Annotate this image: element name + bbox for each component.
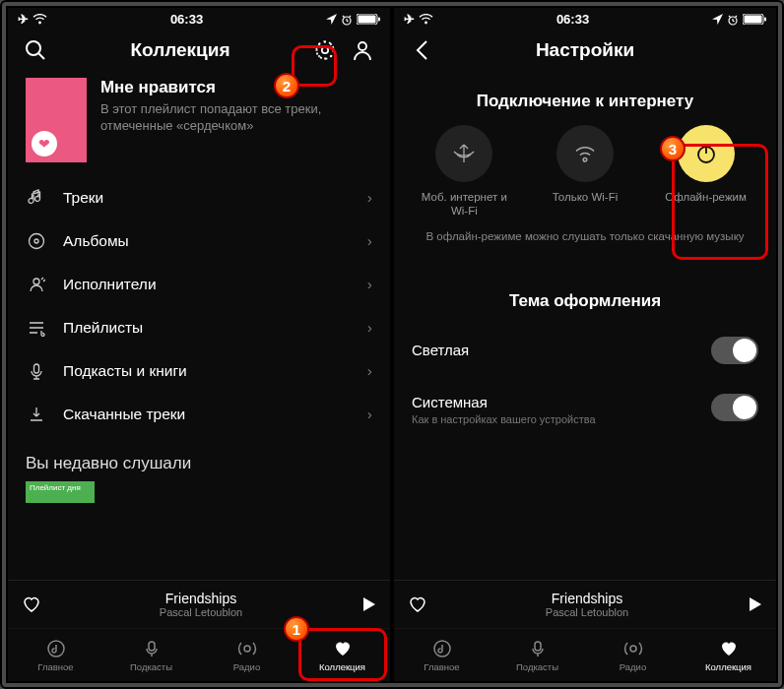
tab-main[interactable]: Главное	[394, 629, 490, 681]
airplane-icon: ✈	[18, 12, 29, 27]
tab-main[interactable]: Главное	[8, 629, 103, 681]
offline-note: В офлайн-режиме можно слушать только ска…	[394, 219, 776, 244]
tab-bar: Главное Подкасты Радио Коллекция	[8, 628, 390, 681]
row-downloaded[interactable]: Скачанные треки ›	[8, 393, 390, 436]
toggle-light[interactable]	[711, 337, 758, 364]
status-bar: ✈ 06:33	[394, 8, 776, 31]
svg-point-10	[33, 279, 39, 284]
wifi-icon	[33, 14, 47, 25]
disc-icon	[26, 232, 47, 250]
phone-settings: ✈ 06:33 Настройки Подключение к интернет…	[392, 6, 778, 683]
toggle-system[interactable]	[711, 394, 758, 421]
recent-heading: Вы недавно слушали	[8, 436, 390, 481]
svg-rect-3	[378, 18, 380, 22]
playlist-icon	[26, 319, 47, 337]
tab-podcasts[interactable]: Подкасты	[490, 629, 585, 681]
section-connection: Подключение к интернету	[394, 74, 776, 125]
svg-rect-21	[535, 642, 541, 651]
chevron-right-icon: ›	[367, 232, 372, 250]
page-title: Настройки	[435, 39, 735, 61]
status-bar: ✈ 06:33	[8, 8, 390, 31]
conn-wifi-only[interactable]: Только Wi-Fi	[536, 125, 634, 219]
liked-cover: ❤	[26, 78, 87, 162]
page-title: Коллекция	[49, 39, 311, 61]
battery-icon	[357, 14, 380, 25]
player-track: Friendships	[53, 591, 349, 606]
chevron-right-icon: ›	[367, 276, 372, 293]
conn-mobile-wifi[interactable]: Моб. интернет и Wi-Fi	[415, 125, 513, 219]
like-button[interactable]	[22, 595, 41, 614]
mini-player[interactable]: Friendships Pascal Letoublon	[8, 580, 390, 628]
section-theme: Тема оформления	[394, 274, 776, 325]
profile-button[interactable]	[349, 36, 376, 64]
theme-system[interactable]: Системная Как в настройках вашего устрой…	[394, 376, 776, 437]
theme-light[interactable]: Светлая	[394, 325, 776, 376]
svg-point-4	[27, 41, 40, 55]
tab-collection[interactable]: Коллекция	[294, 629, 390, 681]
chevron-right-icon: ›	[367, 189, 372, 207]
tab-radio[interactable]: Радио	[199, 629, 294, 681]
svg-point-8	[30, 234, 44, 249]
topbar: Коллекция	[8, 31, 390, 74]
tab-podcasts[interactable]: Подкасты	[103, 629, 199, 681]
like-button[interactable]	[408, 595, 427, 614]
badge-2: 2	[274, 73, 299, 98]
liked-playlist[interactable]: ❤ Мне нравится В этот плейлист попадают …	[8, 74, 390, 176]
svg-point-5	[322, 47, 328, 53]
status-time: 06:33	[170, 12, 203, 27]
badge-1: 1	[284, 616, 309, 642]
topbar: Настройки	[394, 31, 776, 74]
play-button[interactable]	[747, 596, 762, 612]
artist-icon	[26, 276, 47, 293]
row-tracks[interactable]: Треки ›	[8, 176, 390, 219]
row-albums[interactable]: Альбомы ›	[8, 219, 390, 263]
chevron-right-icon: ›	[367, 406, 372, 423]
phone-collection: ✈ 06:33 Коллекция	[6, 6, 392, 683]
mini-player[interactable]: Friendships Pascal Letoublon	[394, 580, 776, 628]
svg-rect-18	[764, 18, 766, 22]
download-icon	[26, 406, 47, 423]
svg-rect-11	[34, 364, 39, 373]
location-icon	[712, 14, 723, 25]
alarm-icon	[341, 14, 353, 26]
battery-icon	[743, 14, 766, 25]
play-button[interactable]	[360, 596, 376, 612]
player-track: Friendships	[439, 591, 735, 606]
connection-options: Моб. интернет и Wi-Fi Только Wi-Fi Офлай…	[394, 125, 776, 219]
liked-title: Мне нравится	[100, 78, 372, 97]
svg-rect-2	[359, 16, 376, 24]
mic-icon	[26, 362, 47, 380]
svg-point-7	[359, 42, 366, 50]
recent-card[interactable]: Плейлист дня	[26, 481, 95, 503]
settings-button[interactable]	[311, 36, 339, 64]
badge-3: 3	[660, 136, 686, 161]
tab-radio[interactable]: Радио	[585, 629, 681, 681]
liked-subtitle: В этот плейлист попадают все треки, отме…	[100, 101, 372, 135]
airplane-icon: ✈	[404, 12, 415, 27]
svg-point-9	[34, 239, 38, 243]
location-icon	[326, 14, 337, 25]
svg-point-14	[244, 646, 250, 652]
tab-collection[interactable]: Коллекция	[681, 629, 776, 681]
svg-point-22	[630, 646, 636, 652]
row-podcasts[interactable]: Подкасты и книги ›	[8, 349, 390, 393]
search-button[interactable]	[22, 36, 49, 64]
chevron-right-icon: ›	[367, 362, 372, 380]
alarm-icon	[727, 14, 739, 26]
wifi-icon	[419, 14, 433, 25]
music-note-icon	[26, 189, 47, 207]
svg-rect-17	[745, 16, 762, 24]
row-playlists[interactable]: Плейлисты ›	[8, 306, 390, 349]
status-time: 06:33	[556, 12, 589, 27]
svg-rect-13	[149, 642, 155, 651]
chevron-right-icon: ›	[367, 319, 372, 337]
player-artist: Pascal Letoublon	[53, 606, 349, 618]
row-artists[interactable]: Исполнители ›	[8, 263, 390, 306]
heart-icon: ❤	[32, 131, 57, 157]
back-button[interactable]	[408, 36, 435, 64]
tab-bar: Главное Подкасты Радио Коллекция	[394, 628, 776, 681]
player-artist: Pascal Letoublon	[439, 606, 735, 618]
